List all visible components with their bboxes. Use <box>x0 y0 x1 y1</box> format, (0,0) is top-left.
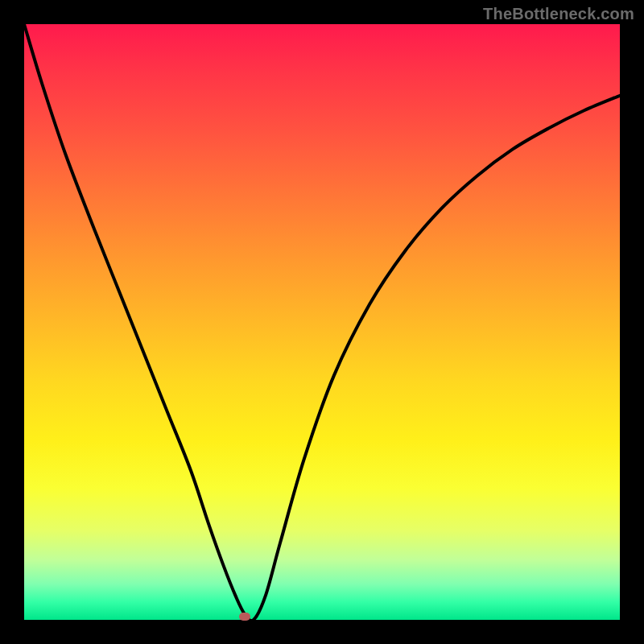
series-curve <box>24 24 620 620</box>
curve-svg <box>24 24 620 620</box>
chart-frame: TheBottleneck.com <box>0 0 644 644</box>
plot-area <box>24 24 620 620</box>
watermark-text: TheBottleneck.com <box>483 5 634 23</box>
minimum-marker <box>239 613 250 621</box>
